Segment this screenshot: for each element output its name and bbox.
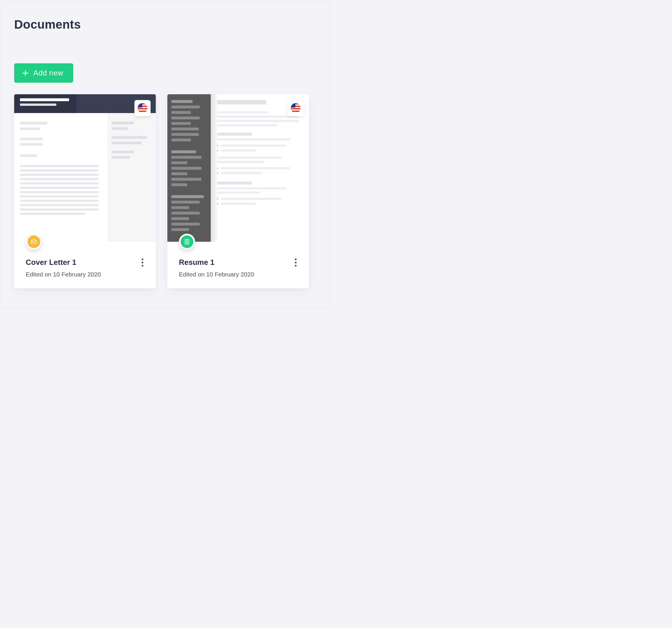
svg-rect-11 [291,103,301,104]
document-type-badge [179,234,195,250]
document-thumbnail[interactable] [167,94,309,242]
us-flag-icon [138,103,147,113]
document-type-badge [26,234,42,250]
document-card-footer: Resume 1 Edited on 10 February 2020 [167,242,309,288]
document-more-button[interactable] [138,257,147,268]
document-edited-label: Edited on 10 February 2020 [26,271,145,278]
plus-icon [22,69,29,77]
envelope-icon [31,238,37,245]
document-title: Cover Letter 1 [26,258,145,267]
us-flag-icon [291,103,301,113]
documents-grid: Cover Letter 1 Edited on 10 February 202… [14,94,315,288]
document-thumbnail[interactable] [14,94,156,242]
page-title: Documents [14,18,315,31]
document-edited-label: Edited on 10 February 2020 [179,271,298,278]
locale-flag-badge [288,100,304,116]
svg-rect-4 [138,103,147,104]
document-card: Resume 1 Edited on 10 February 2020 [167,94,309,288]
document-card-footer: Cover Letter 1 Edited on 10 February 202… [14,242,156,288]
locale-flag-badge [135,100,150,116]
add-new-label: Add new [33,69,63,77]
document-more-button[interactable] [291,257,300,268]
svg-rect-7 [138,111,147,112]
add-new-button[interactable]: Add new [14,63,73,83]
document-title: Resume 1 [179,258,298,267]
svg-rect-6 [138,108,147,109]
svg-rect-8 [138,103,142,108]
svg-rect-14 [291,111,301,112]
svg-rect-13 [291,108,301,109]
documents-page: Documents Add new [0,0,330,308]
svg-rect-15 [291,103,295,108]
document-card: Cover Letter 1 Edited on 10 February 202… [14,94,156,288]
document-icon [184,238,190,245]
